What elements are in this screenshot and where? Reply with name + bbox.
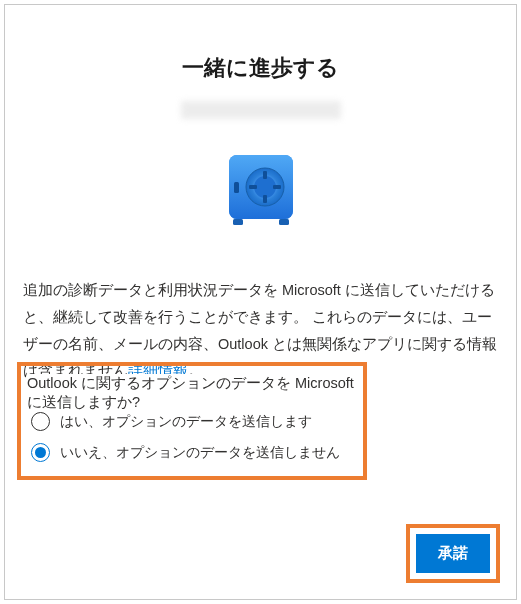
- dialog-footer: 承諾: [406, 524, 500, 583]
- option-yes[interactable]: はい、オプションのデータを送信します: [27, 406, 357, 437]
- accept-highlight-box: 承諾: [406, 524, 500, 583]
- svg-rect-2: [233, 219, 243, 225]
- radio-dot: [35, 447, 46, 458]
- option-yes-label: はい、オプションのデータを送信します: [60, 413, 312, 431]
- svg-rect-3: [279, 219, 289, 225]
- privacy-dialog: 一緒に進歩する: [4, 4, 517, 600]
- safe-icon: [221, 149, 301, 229]
- option-no-label: いいえ、オプションのデータを送信しません: [60, 444, 340, 462]
- svg-rect-11: [234, 182, 239, 193]
- safe-icon-container: [23, 149, 498, 229]
- svg-point-6: [254, 176, 276, 198]
- option-no[interactable]: いいえ、オプションのデータを送信しません: [27, 437, 357, 468]
- svg-rect-9: [249, 185, 257, 189]
- accept-button[interactable]: 承諾: [416, 534, 490, 573]
- dialog-title: 一緒に進歩する: [23, 53, 498, 83]
- options-highlight-box: Outlook に関するオプションのデータを Microsoft に送信しますか…: [17, 362, 367, 480]
- radio-icon: [31, 412, 50, 431]
- radio-icon-selected: [31, 443, 50, 462]
- svg-rect-10: [273, 185, 281, 189]
- svg-rect-7: [263, 171, 267, 179]
- svg-rect-8: [263, 195, 267, 203]
- account-email-blurred: [181, 101, 341, 119]
